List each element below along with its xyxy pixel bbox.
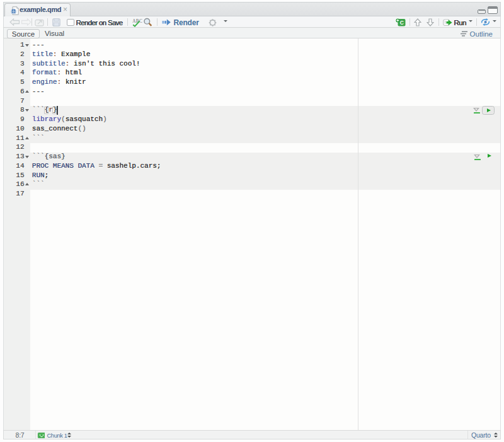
- svg-text:C: C: [400, 20, 404, 26]
